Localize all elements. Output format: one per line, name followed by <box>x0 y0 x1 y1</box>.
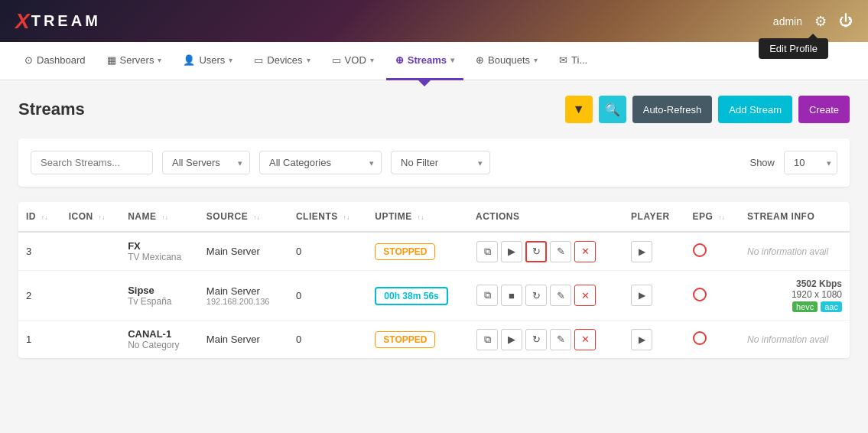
nav-label-servers: Servers <box>120 54 154 66</box>
filter-row: All Servers Main Server ▾ All Categories… <box>18 138 850 187</box>
cell-stream-info: 3502 Kbps 1920 x 1080 hevc aac <box>740 271 850 321</box>
chevron-down-icon: ▾ <box>158 56 161 64</box>
servers-select-wrapper: All Servers Main Server ▾ <box>162 151 250 174</box>
cell-uptime: STOPPED <box>367 321 468 359</box>
player-btn[interactable]: ▶ <box>631 285 652 306</box>
actions-group: ⧉ ▶ ↻ ✎ ✕ <box>476 329 616 350</box>
table-row: 2 Sipse Tv España Main Server 192.168.20… <box>18 271 850 321</box>
cell-actions: ⧉ ▶ ↻ ✎ ✕ <box>468 321 623 359</box>
auto-refresh-button[interactable]: Auto-Refresh <box>632 96 713 123</box>
cell-uptime: 00h 38m 56s <box>367 271 468 321</box>
actions-group: ⧉ ▶ ↻ ✎ ✕ <box>476 241 616 262</box>
nav-item-dashboard[interactable]: ⊙ Dashboard <box>15 42 95 80</box>
nav-bar: ⊙ Dashboard ▦ Servers ▾ 👤 Users ▾ ▭ Devi… <box>0 42 868 80</box>
edit-action-btn[interactable]: ✎ <box>550 329 571 350</box>
nav-item-streams[interactable]: ⊕ Streams ▾ <box>386 42 463 80</box>
cell-actions: ⧉ ▶ ↻ ✎ ✕ <box>468 232 623 271</box>
player-btn[interactable]: ▶ <box>631 329 652 350</box>
vod-icon: ▭ <box>332 54 341 66</box>
username-label: admin <box>773 15 802 28</box>
settings-icon[interactable]: ⚙ <box>814 13 827 30</box>
cell-actions: ⧉ ■ ↻ ✎ ✕ <box>468 271 623 321</box>
stream-tags: hevc aac <box>747 301 842 312</box>
page-title: Streams <box>18 99 85 119</box>
delete-action-btn[interactable]: ✕ <box>574 241 596 262</box>
cell-id: 1 <box>18 321 61 359</box>
nav-item-servers[interactable]: ▦ Servers ▾ <box>98 42 171 80</box>
nav-item-tickets[interactable]: ✉ Ti... <box>550 42 597 80</box>
cell-clients: 0 <box>288 321 367 359</box>
create-button[interactable]: Create <box>798 96 850 123</box>
table-row: 3 FX TV Mexicana Main Server 0 STOPPED ⧉ <box>18 232 850 271</box>
page-title-row: Streams ▼ 🔍 Auto-Refresh Add Stream Crea… <box>18 96 850 123</box>
table-row: 1 CANAL-1 No Category Main Server 0 STOP… <box>18 321 850 359</box>
nav-label-bouquets: Bouquets <box>488 54 530 66</box>
streams-table: ID ↑↓ ICON ↑↓ NAME ↑↓ SOURCE ↑↓ CLIENTS … <box>18 202 850 358</box>
nav-label-streams: Streams <box>408 54 447 66</box>
restart-action-btn[interactable]: ↻ <box>525 285 547 306</box>
col-source: SOURCE ↑↓ <box>199 202 288 232</box>
copy-action-btn[interactable]: ⧉ <box>476 329 498 350</box>
chevron-down-icon: ▾ <box>534 56 538 64</box>
play-action-btn[interactable]: ▶ <box>501 329 522 350</box>
cell-clients: 0 <box>288 232 367 271</box>
tickets-icon: ✉ <box>559 54 567 66</box>
filter-select[interactable]: No Filter <box>391 151 490 174</box>
show-label: Show <box>749 157 775 168</box>
sort-icon: ↑↓ <box>99 215 106 221</box>
table-header-row: ID ↑↓ ICON ↑↓ NAME ↑↓ SOURCE ↑↓ CLIENTS … <box>18 202 850 232</box>
cell-stream-info: No information avail <box>740 321 850 359</box>
servers-icon: ▦ <box>107 54 116 66</box>
restart-action-btn[interactable]: ↻ <box>525 241 547 262</box>
chevron-down-icon: ▾ <box>450 56 454 64</box>
play-action-btn[interactable]: ▶ <box>501 241 522 262</box>
stream-subname: TV Mexicana <box>128 252 191 262</box>
edit-action-btn[interactable]: ✎ <box>550 241 571 262</box>
delete-action-btn[interactable]: ✕ <box>574 329 596 350</box>
delete-action-btn[interactable]: ✕ <box>574 285 596 306</box>
search-button[interactable]: 🔍 <box>599 96 626 123</box>
source-ip: 192.168.200.136 <box>206 297 281 306</box>
codec-tag: hevc <box>792 301 818 312</box>
power-icon[interactable]: ⏻ <box>839 13 853 29</box>
cell-icon <box>61 321 120 359</box>
add-stream-button[interactable]: Add Stream <box>718 96 792 123</box>
restart-action-btn[interactable]: ↻ <box>525 329 547 350</box>
nav-label-vod: VOD <box>345 54 366 66</box>
header-right: admin ⚙ ⏻ <box>773 13 853 30</box>
nav-label-users: Users <box>199 54 225 66</box>
search-input[interactable] <box>31 151 153 174</box>
edit-profile-tooltip: Edit Profile <box>759 38 828 59</box>
servers-select[interactable]: All Servers Main Server <box>162 151 250 174</box>
nav-label-devices: Devices <box>267 54 302 66</box>
col-player: PLAYER <box>623 202 685 232</box>
cell-icon <box>61 232 120 271</box>
dashboard-icon: ⊙ <box>24 54 33 66</box>
filter-button[interactable]: ▼ <box>565 96 593 123</box>
categories-select[interactable]: All Categories <box>259 151 382 174</box>
copy-action-btn[interactable]: ⧉ <box>476 241 498 262</box>
sort-icon: ↑↓ <box>418 215 424 221</box>
col-clients: CLIENTS ↑↓ <box>288 202 367 232</box>
nav-item-users[interactable]: 👤 Users ▾ <box>174 42 242 80</box>
status-badge: STOPPED <box>375 243 435 260</box>
nav-active-indicator <box>418 80 431 86</box>
cell-player: ▶ <box>623 232 685 271</box>
nav-item-devices[interactable]: ▭ Devices ▾ <box>245 42 319 80</box>
copy-action-btn[interactable]: ⧉ <box>476 285 498 306</box>
stop-action-btn[interactable]: ■ <box>501 285 522 306</box>
epg-indicator <box>693 243 707 257</box>
stream-subname: No Category <box>128 340 191 350</box>
show-select[interactable]: 10 25 50 100 <box>784 151 837 174</box>
chevron-down-icon: ▾ <box>229 56 232 64</box>
nav-item-bouquets[interactable]: ⊕ Bouquets ▾ <box>467 42 547 80</box>
stream-info-text: No information avail <box>747 334 828 345</box>
nav-item-vod[interactable]: ▭ VOD ▾ <box>323 42 383 80</box>
cell-epg <box>685 271 740 321</box>
edit-action-btn[interactable]: ✎ <box>550 285 571 306</box>
player-btn[interactable]: ▶ <box>631 241 652 262</box>
cell-source: Main Server <box>199 321 288 359</box>
main-content: Streams ▼ 🔍 Auto-Refresh Add Stream Crea… <box>0 80 868 373</box>
cell-epg <box>685 232 740 271</box>
table-body: 3 FX TV Mexicana Main Server 0 STOPPED ⧉ <box>18 232 850 358</box>
